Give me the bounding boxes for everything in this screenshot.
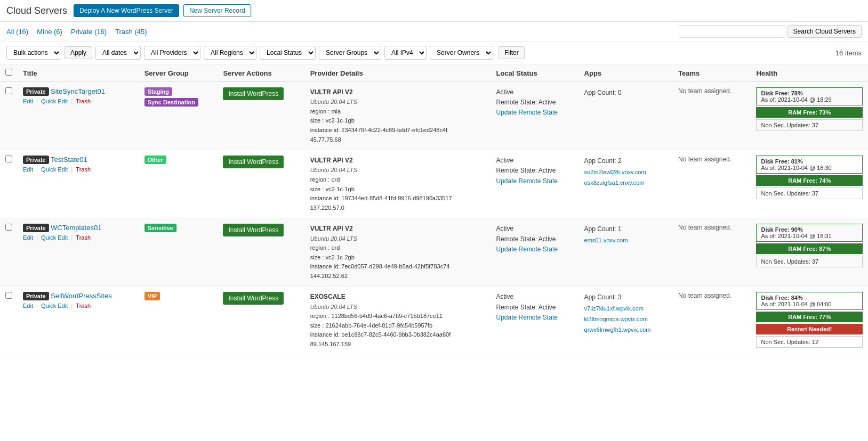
sub-nav: All (16) Mine (6) Private (16) Trash (45…	[0, 22, 868, 42]
row-checkbox[interactable]	[5, 292, 12, 299]
cell-server-group: StagingSync Destination	[139, 82, 218, 150]
install-wordpress-button[interactable]: Install WordPress	[223, 87, 284, 100]
install-wordpress-button[interactable]: Install WordPress	[223, 156, 284, 168]
cell-apps: App Count: 3v7iiz7klu1xf.wpvix.comkl3ltm…	[579, 287, 673, 355]
apply-button[interactable]: Apply	[65, 46, 92, 59]
apps: App Count: 2so2m2lewl28r.vnxv.comosk8zui…	[584, 156, 668, 188]
sub-nav-all-link[interactable]: All (16)	[6, 28, 28, 36]
local-status-filter[interactable]: Local Status	[260, 46, 316, 60]
row-checkbox[interactable]	[5, 87, 12, 94]
update-remote-state-link[interactable]: Update Remote State	[496, 246, 557, 253]
sub-nav-private[interactable]: Private (16)	[71, 28, 107, 36]
disk-free-box: Disk Free: 84% As of: 2021-10-04 @ 04:00	[756, 292, 863, 310]
provider-details: EXOSCALE Ubuntu 20.04 LTS region : 1128b…	[310, 292, 486, 349]
cell-server-actions: Install WordPress	[218, 218, 304, 287]
new-record-button[interactable]: New Server Record	[183, 4, 251, 17]
app-link[interactable]: kl3ltmogmipa.wpvix.com	[584, 314, 668, 325]
sub-nav-mine[interactable]: Mine (6)	[37, 28, 62, 36]
search-input[interactable]	[679, 25, 785, 38]
regions-filter[interactable]: All Regions	[204, 46, 256, 60]
cell-local-status: Active Remote State: Active Update Remot…	[491, 287, 578, 355]
edit-link[interactable]: Edit	[23, 234, 33, 242]
server-name-link[interactable]: SiteSyncTarget01	[51, 87, 105, 95]
app-count: App Count: 0	[584, 89, 622, 96]
quick-edit-link[interactable]: Quick Edit	[41, 303, 68, 310]
app-link[interactable]: v7iiz7klu1xf.wpvix.com	[584, 304, 668, 314]
trash-link[interactable]: Trash	[76, 303, 91, 310]
server-group-badge: Other	[144, 156, 166, 164]
row-checkbox[interactable]	[5, 156, 12, 162]
cell-server-group: VIP	[139, 287, 218, 355]
provider-ip: 89.145.167.159	[310, 341, 351, 347]
cell-teams: No team assigned.	[673, 218, 751, 287]
private-badge: Private	[23, 156, 49, 164]
cell-health: Disk Free: 78% As of: 2021-10-04 @ 18:29…	[751, 82, 868, 150]
table-row: Private SellWordPressSites Edit | Quick …	[0, 287, 868, 355]
quick-edit-link[interactable]: Quick Edit	[41, 98, 68, 105]
providers-filter[interactable]: All Providers	[144, 46, 200, 60]
app-link[interactable]: so2m2lewl28r.vnxv.com	[584, 167, 668, 178]
local-status: Active Remote State: Active Update Remot…	[496, 224, 573, 255]
trash-link[interactable]: Trash	[76, 98, 91, 105]
install-wordpress-button[interactable]: Install WordPress	[223, 292, 284, 305]
dates-filter[interactable]: All dates	[95, 46, 141, 60]
update-remote-state-link[interactable]: Update Remote State	[496, 314, 557, 321]
trash-link[interactable]: Trash	[76, 166, 91, 174]
bulk-actions-select[interactable]: Bulk actions	[6, 46, 61, 60]
provider-name: VULTR API V2	[310, 87, 486, 97]
sub-nav-trash-link[interactable]: Trash (45)	[115, 28, 147, 36]
server-groups-filter[interactable]: Server Groups	[319, 46, 381, 60]
quick-edit-link[interactable]: Quick Edit	[41, 234, 68, 242]
edit-link[interactable]: Edit	[23, 98, 33, 105]
provider-os: Ubuntu 20.04 LTS	[310, 235, 357, 242]
status-active: Active	[496, 88, 513, 96]
server-name-link[interactable]: TestState01	[51, 156, 87, 164]
edit-link[interactable]: Edit	[23, 166, 33, 174]
provider-os: Ubuntu 20.04 LTS	[310, 167, 357, 173]
select-all-checkbox[interactable]	[5, 69, 12, 76]
health-info: Disk Free: 84% As of: 2021-10-04 @ 04:00…	[756, 292, 863, 348]
row-checkbox[interactable]	[5, 224, 12, 231]
filter-button[interactable]: Filter	[499, 46, 525, 59]
disk-free-text: Disk Free: 78%	[761, 90, 802, 96]
install-wordpress-button[interactable]: Install WordPress	[223, 224, 284, 236]
team-name: No team assigned.	[678, 224, 732, 231]
provider-details: VULTR API V2 Ubuntu 20.04 LTS region : m…	[310, 87, 486, 144]
disk-free-box: Disk Free: 81% As of: 2021-10-04 @ 18:30	[756, 156, 863, 174]
cell-title: Private SiteSyncTarget01 Edit | Quick Ed…	[18, 82, 139, 150]
status-active: Active	[496, 225, 513, 232]
cell-apps: App Count: 0	[579, 82, 673, 150]
private-badge: Private	[23, 224, 49, 232]
search-button[interactable]: Search Cloud Servers	[787, 25, 862, 38]
disk-free-box: Disk Free: 78% As of: 2021-10-04 @ 18:29	[756, 87, 863, 105]
quick-edit-link[interactable]: Quick Edit	[41, 166, 68, 174]
trash-link[interactable]: Trash	[76, 234, 91, 242]
owners-filter[interactable]: Server Owners	[430, 46, 493, 60]
edit-link[interactable]: Edit	[23, 303, 33, 310]
sub-nav-mine-link[interactable]: Mine (6)	[37, 28, 62, 36]
col-local-status: Local Status	[491, 64, 578, 82]
server-name-link[interactable]: SellWordPressSites	[51, 292, 112, 300]
update-remote-state-link[interactable]: Update Remote State	[496, 109, 557, 116]
provider-ip: 45.77.75.68	[310, 136, 341, 143]
provider-details: VULTR API V2 Ubuntu 20.04 LTS region : o…	[310, 224, 486, 281]
app-link[interactable]: qrwv6lmwgfh1.wpvix.com	[584, 325, 668, 336]
team-name: No team assigned.	[678, 87, 732, 95]
sub-nav-private-link[interactable]: Private (16)	[71, 28, 107, 36]
server-name-link[interactable]: WCTemplates01	[51, 224, 101, 232]
sub-nav-all[interactable]: All (16)	[6, 28, 28, 36]
provider-os: Ubuntu 20.04 LTS	[310, 304, 357, 310]
app-link[interactable]: ems01.vnxv.com	[584, 235, 668, 246]
cell-health: Disk Free: 84% As of: 2021-10-04 @ 04:00…	[751, 287, 868, 355]
cell-teams: No team assigned.	[673, 82, 751, 150]
ipv4-filter[interactable]: All IPv4	[384, 46, 427, 60]
update-remote-state-link[interactable]: Update Remote State	[496, 177, 557, 185]
server-name: Private WCTemplates01	[23, 224, 134, 232]
disk-date-text: As of: 2021-10-04 @ 18:29	[761, 96, 831, 103]
deploy-button[interactable]: Deploy A New WordPress Server	[74, 4, 179, 17]
disk-free-box: Disk Free: 90% As of: 2021-10-04 @ 18:31	[756, 224, 863, 242]
provider-size: size : 21624abb-764e-4def-81d7-9fc54b595…	[310, 322, 432, 329]
sub-nav-trash[interactable]: Trash (45)	[115, 28, 147, 36]
non-sec-updates: Non Sec. Updates: 37	[756, 256, 863, 267]
app-link[interactable]: osk8zuigfsa1.vnxv.com	[584, 178, 668, 189]
